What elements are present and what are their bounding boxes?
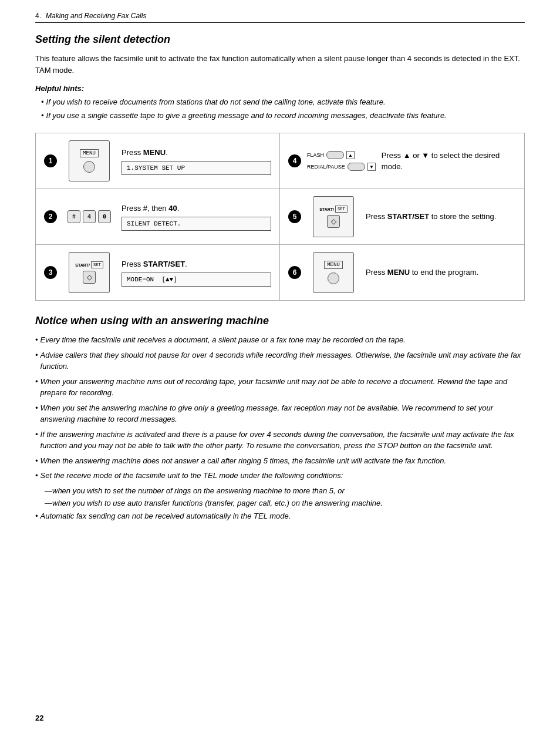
step-4-cell: 4 FLASH ▲ REDIAL/PAUSE ▼ Press ▲ or ▼ to… — [280, 133, 524, 189]
notice-text-3: When you set the answering machine to gi… — [41, 402, 525, 425]
step-6-device: MENU — [307, 252, 360, 293]
step-3-cell: 3 START/ SET ◇ Press START/SET. MODE=ON … — [36, 245, 280, 300]
step-1-instruction: Press MENU. 1.SYSTEM SET UP — [122, 147, 271, 175]
step-5-device: START/ SET ◇ — [307, 196, 360, 237]
notice-text-6: Set the receive mode of the facsimile un… — [41, 470, 525, 482]
steps-grid: 1 MENU Press MENU. 1.SYSTEM SET UP 4 FLA… — [35, 133, 525, 301]
sub-notice-0: —when you wish to set the number of ring… — [35, 485, 525, 497]
chapter-number: 4. — [35, 12, 41, 20]
notice-item-4: • If the answering machine is activated … — [35, 429, 525, 452]
step-6-number: 6 — [288, 266, 301, 279]
notice-item-3: • When you set the answering machine to … — [35, 402, 525, 425]
page-number: 22 — [35, 714, 43, 722]
section1-title: Setting the silent detection — [35, 33, 525, 46]
step-6-cell: 6 MENU Press MENU to end the program. — [280, 245, 524, 300]
notice-text-4: If the answering machine is activated an… — [41, 429, 525, 452]
step-6-instruction: Press MENU to end the program. — [366, 267, 516, 278]
helpful-hints-label: Helpful hints: — [35, 84, 525, 93]
bullet-5: • — [35, 455, 38, 467]
sub-notice-1: —when you wish to use auto transfer func… — [35, 497, 525, 509]
hint-text-1: If you wish to receive documents from st… — [46, 96, 386, 108]
step-2-device: # 4 0 — [63, 210, 116, 223]
notice-item-2: • When your answering machine runs out o… — [35, 376, 525, 399]
page-header: 4. Making and Receiving Fax Calls — [35, 12, 525, 23]
section2-title: Notice when using with an answering mach… — [35, 315, 525, 327]
notice-item-0: • Every time the facsimile unit receives… — [35, 334, 525, 346]
step-3-device: START/ SET ◇ — [63, 252, 116, 293]
notice-text-7: Automatic fax sending can not be receive… — [41, 510, 525, 522]
step-1-device: MENU — [63, 140, 116, 181]
step-5-cell: 5 START/ SET ◇ Press START/SET to store … — [280, 189, 524, 245]
notice-text-5: When the answering machine does not answ… — [41, 455, 525, 467]
bullet-4: • — [35, 429, 38, 452]
hint-item-2: If you use a single cassette tape to giv… — [35, 110, 525, 122]
step-5-instruction: Press START/SET to store the setting. — [366, 211, 516, 223]
notice-item-1: • Advise callers that they should not pa… — [35, 349, 525, 372]
notice-item-5: • When the answering machine does not an… — [35, 455, 525, 467]
step-3-number: 3 — [44, 266, 57, 279]
hint-text-2: If you use a single cassette tape to giv… — [46, 110, 447, 122]
step-1-cell: 1 MENU Press MENU. 1.SYSTEM SET UP — [36, 133, 280, 189]
bullet-2: • — [35, 376, 38, 399]
chapter-title: Making and Receiving Fax Calls — [46, 12, 146, 20]
step-4-number: 4 — [288, 154, 301, 167]
step-2-cell: 2 # 4 0 Press #, then 40. SILENT DETECT. — [36, 189, 280, 245]
bullet-6: • — [35, 470, 38, 482]
step-3-instruction: Press START/SET. MODE=ON [▲▼] — [122, 258, 271, 287]
bullet-0: • — [35, 334, 38, 346]
bullet-3: • — [35, 402, 38, 425]
step-2-number: 2 — [44, 210, 57, 223]
notice-text-1: Advise callers that they should not paus… — [41, 349, 525, 372]
step-1-number: 1 — [44, 154, 57, 167]
hint-item-1: If you wish to receive documents from st… — [35, 96, 525, 108]
notice-item-6: • Set the receive mode of the facsimile … — [35, 470, 525, 482]
bullet-7: • — [35, 510, 38, 522]
step-4-device: FLASH ▲ REDIAL/PAUSE ▼ — [307, 151, 376, 171]
step-4-instruction: Press ▲ or ▼ to select the desired mode. — [382, 150, 516, 173]
notice-item-7: • Automatic fax sending can not be recei… — [35, 510, 525, 522]
notice-text-0: Every time the facsimile unit receives a… — [41, 334, 525, 346]
step-5-number: 5 — [288, 210, 301, 223]
section1-intro: This feature allows the facsimile unit t… — [35, 53, 525, 76]
step-2-instruction: Press #, then 40. SILENT DETECT. — [122, 203, 271, 231]
bullet-1: • — [35, 349, 38, 372]
notice-list: • Every time the facsimile unit receives… — [35, 334, 525, 522]
notice-text-2: When your answering machine runs out of … — [41, 376, 525, 399]
